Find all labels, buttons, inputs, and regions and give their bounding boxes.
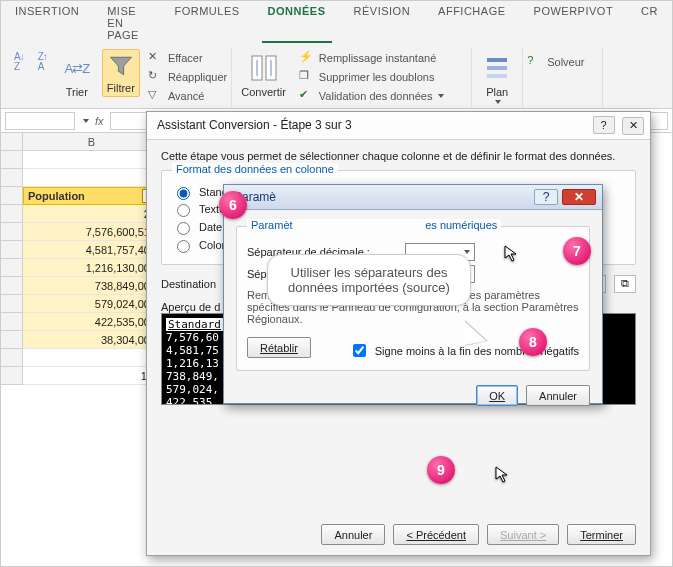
chevron-down-icon [464,250,470,254]
solver-button[interactable]: ? Solveur [527,53,584,71]
row-header[interactable] [1,205,23,223]
wizard-back-button[interactable]: < Précédent [393,524,479,545]
sort-az-icon: A↓Z [14,52,24,72]
range-picker-icon: ⧉ [621,277,629,290]
reset-button[interactable]: Rétablir [247,337,311,358]
sort-button[interactable]: A⇄Z Trier [56,49,98,101]
wizard-finish-button[interactable]: Terminer [567,524,636,545]
next-label: Suivant > [500,529,546,541]
convert-label: Convertir [241,86,286,98]
row-header[interactable] [1,349,23,367]
header-text: Population [28,190,142,202]
outline-label: Plan [486,86,508,98]
radio-text-input[interactable] [177,204,190,217]
table-header-population[interactable]: Population ▾ [23,187,161,205]
clear-filter-button[interactable]: ✕ Effacer [148,49,227,67]
params-title-bar[interactable]: Paramè ? ✕ [224,185,602,210]
row-header[interactable] [1,295,23,313]
radio-standard-input[interactable] [177,187,190,200]
flash-fill-button[interactable]: ⚡ Remplissage instantané [299,49,445,67]
convert-icon [248,52,280,84]
sort-za-button[interactable]: Z↑A [33,49,52,75]
row-header[interactable] [1,169,23,187]
text-to-columns-button[interactable]: Convertir [236,49,291,101]
advanced-filter-button[interactable]: ▽ Avancé [148,87,227,105]
sort-az-button[interactable]: A↓Z [9,49,29,75]
ribbon-tabs: INSERTION MISE EN PAGE FORMULES DONNÉES … [1,1,672,43]
remove-dup-icon: ❐ [299,69,315,85]
preview-line: 1,216,13 [166,357,219,370]
clear-icon: ✕ [148,50,164,66]
cell[interactable]: 579,024,000 [23,295,161,313]
preview-line: 7,576,60 [166,331,219,344]
tab-cr[interactable]: CR [635,3,664,43]
close-button[interactable]: ✕ [622,117,644,135]
reset-label: Rétablir [260,342,298,354]
clear-label: Effacer [168,52,203,64]
cell[interactable]: 738,849,000 [23,277,161,295]
row-header[interactable] [1,367,23,385]
reapply-button[interactable]: ↻ Réappliquer [148,68,227,86]
cell[interactable]: 1,1 [23,367,161,385]
callout-marker-8: 8 [519,328,547,356]
filter-button[interactable]: Filtrer [102,49,140,97]
row-header[interactable] [1,313,23,331]
chevron-down-icon[interactable] [83,119,89,123]
tab-powerpivot[interactable]: POWERPIVOT [528,3,620,43]
row-header[interactable] [1,187,23,205]
radio-skip-input[interactable] [177,240,190,253]
fieldset-title-start: Paramèt [251,219,293,231]
tab-view[interactable]: AFFICHAGE [432,3,511,43]
tab-layout[interactable]: MISE EN PAGE [101,3,152,43]
row-header[interactable] [1,277,23,295]
wizard-title-bar[interactable]: Assistant Conversion - Étape 3 sur 3 ? ✕ [147,112,650,140]
sort-icon: A⇄Z [61,52,93,84]
help-button[interactable]: ? [593,116,615,134]
fx-icon[interactable]: fx [95,115,104,127]
ok-button[interactable]: OK [476,385,518,406]
tab-review[interactable]: RÉVISION [348,3,417,43]
remove-duplicates-button[interactable]: ❐ Supprimer les doublons [299,68,445,86]
sort-label: Trier [66,86,88,98]
name-box[interactable] [5,112,75,130]
col-header-b[interactable]: B [23,133,161,151]
row-header[interactable] [1,223,23,241]
cell[interactable]: 422,535,000 [23,313,161,331]
data-validation-button[interactable]: ✔ Validation des données [299,87,445,105]
preview-line: 738,849, [166,370,219,383]
help-button[interactable]: ? [534,189,558,205]
callout-marker-9: 9 [427,456,455,484]
sort-za-icon: Z↑A [38,52,47,72]
fieldset-title: Format des données en colonne [172,163,338,175]
reapply-label: Réappliquer [168,71,227,83]
wizard-title: Assistant Conversion - Étape 3 sur 3 [157,118,352,132]
cell[interactable] [23,151,161,169]
tab-data[interactable]: DONNÉES [262,3,332,43]
cell[interactable]: 20 [23,205,161,223]
close-button[interactable]: ✕ [562,189,596,205]
cell[interactable] [23,349,161,367]
cell[interactable]: 38,304,000 [23,331,161,349]
finish-label: Terminer [580,529,623,541]
tab-insertion[interactable]: INSERTION [9,3,85,43]
outline-button[interactable]: Plan [476,49,518,107]
tab-formulas[interactable]: FORMULES [168,3,245,43]
wizard-cancel-button[interactable]: Annuler [321,524,385,545]
advanced-label: Avancé [168,90,205,102]
cell[interactable]: 1,216,130,000 [23,259,161,277]
cell[interactable] [23,169,161,187]
range-picker-button[interactable]: ⧉ [614,275,636,293]
trailing-minus-input[interactable] [353,344,366,357]
row-header[interactable] [1,151,23,169]
reapply-icon: ↻ [148,69,164,85]
solver-icon: ? [527,54,543,70]
row-header[interactable] [1,241,23,259]
row-header[interactable] [1,259,23,277]
cell[interactable]: 4,581,757,408 [23,241,161,259]
select-all-corner[interactable] [1,133,23,151]
cell[interactable]: 7,576,600,516 [23,223,161,241]
row-header[interactable] [1,331,23,349]
cancel-button[interactable]: Annuler [526,385,590,406]
radio-date-input[interactable] [177,222,190,235]
fieldset-title-end: es numériques [425,219,497,231]
